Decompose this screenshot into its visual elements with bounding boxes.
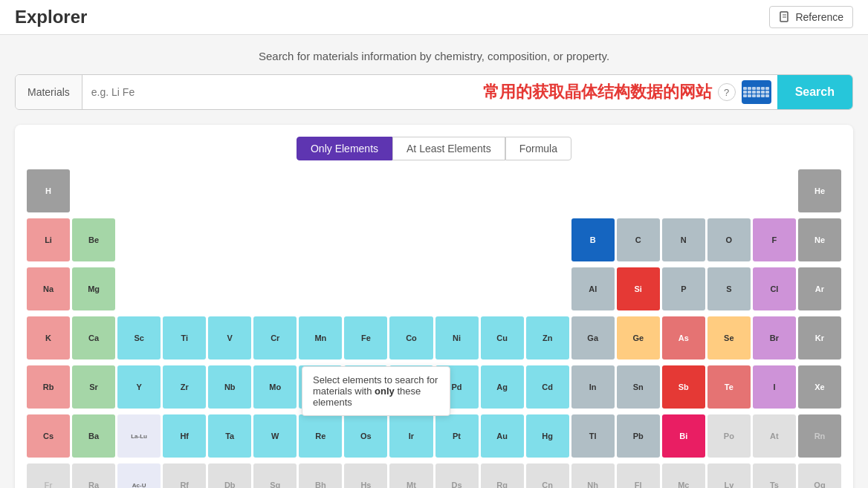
- help-icon[interactable]: ?: [718, 83, 736, 101]
- element-Ti[interactable]: Ti: [163, 316, 206, 360]
- element-Cr[interactable]: Cr: [253, 316, 297, 360]
- element-Hs: Hs: [344, 463, 387, 488]
- element-Zn[interactable]: Zn: [526, 316, 569, 360]
- period-7: Fr Ra Ac-U Rf Db Sg Bh Hs Mt Ds Rg Cn Nh…: [27, 463, 841, 488]
- element-Ne[interactable]: Ne: [798, 218, 841, 261]
- element-Mn[interactable]: Mn: [299, 316, 342, 360]
- empty: [707, 169, 751, 212]
- element-Hg[interactable]: Hg: [526, 414, 569, 458]
- element-Os[interactable]: Os: [344, 414, 387, 458]
- element-Bi[interactable]: Bi: [662, 414, 705, 458]
- element-Cd[interactable]: Cd: [526, 365, 569, 409]
- element-K[interactable]: K: [27, 316, 70, 360]
- element-Fl: Fl: [617, 463, 660, 488]
- search-input[interactable]: [82, 86, 477, 98]
- element-Sc[interactable]: Sc: [117, 316, 161, 360]
- element-Al[interactable]: Al: [571, 267, 615, 310]
- element-Tl[interactable]: Tl: [571, 414, 615, 458]
- element-Na[interactable]: Na: [27, 267, 70, 310]
- element-Ts: Ts: [753, 463, 796, 488]
- element-Sg: Sg: [253, 463, 297, 488]
- empty: [208, 169, 251, 212]
- empty: [208, 267, 251, 310]
- element-He[interactable]: He: [798, 169, 841, 212]
- element-Rn[interactable]: Rn: [798, 414, 841, 458]
- element-Re[interactable]: Re: [299, 414, 342, 458]
- element-Be[interactable]: Be: [72, 218, 115, 261]
- element-Si[interactable]: Si: [617, 267, 660, 310]
- element-F[interactable]: F: [753, 218, 796, 261]
- element-Lv: Lv: [707, 463, 751, 488]
- tab-only-elements[interactable]: Only Elements: [297, 137, 392, 160]
- search-button[interactable]: Search: [777, 75, 852, 109]
- element-O[interactable]: O: [707, 218, 751, 261]
- element-Ga[interactable]: Ga: [571, 316, 615, 360]
- element-Ir[interactable]: Ir: [389, 414, 433, 458]
- reference-button[interactable]: Reference: [769, 6, 853, 28]
- element-Ca[interactable]: Ca: [72, 316, 115, 360]
- element-Fe[interactable]: Fe: [344, 316, 387, 360]
- empty: [253, 218, 297, 261]
- element-Br[interactable]: Br: [753, 316, 796, 360]
- element-Au[interactable]: Au: [481, 414, 524, 458]
- element-Sb[interactable]: Sb: [662, 365, 705, 409]
- element-P[interactable]: P: [662, 267, 705, 310]
- element-Y[interactable]: Y: [117, 365, 161, 409]
- element-Po[interactable]: Po: [707, 414, 751, 458]
- element-S[interactable]: S: [707, 267, 751, 310]
- element-Xe[interactable]: Xe: [798, 365, 841, 409]
- element-Pb[interactable]: Pb: [617, 414, 660, 458]
- empty: [117, 218, 161, 261]
- period-2: Li Be B C N O F Ne: [27, 218, 841, 261]
- element-Ag[interactable]: Ag: [481, 365, 524, 409]
- book-icon: [779, 11, 791, 23]
- element-Ta[interactable]: Ta: [208, 414, 251, 458]
- element-Sn[interactable]: Sn: [617, 365, 660, 409]
- element-Ar[interactable]: Ar: [798, 267, 841, 310]
- tab-formula[interactable]: Formula: [505, 137, 571, 160]
- element-Nb[interactable]: Nb: [208, 365, 251, 409]
- empty: [72, 169, 115, 212]
- element-Cl[interactable]: Cl: [753, 267, 796, 310]
- element-Cs[interactable]: Cs: [27, 414, 70, 458]
- periodic-table-icon[interactable]: [742, 80, 771, 104]
- element-In[interactable]: In: [571, 365, 615, 409]
- element-Te[interactable]: Te: [707, 365, 751, 409]
- element-Cn: Cn: [526, 463, 569, 488]
- element-Mo[interactable]: Mo: [253, 365, 297, 409]
- empty: [299, 169, 342, 212]
- empty: [481, 267, 524, 310]
- empty: [435, 169, 479, 212]
- element-I[interactable]: I: [753, 365, 796, 409]
- element-H[interactable]: H: [27, 169, 70, 212]
- periodic-table-container: Only Elements At Least Elements Formula …: [15, 125, 853, 488]
- element-Li[interactable]: Li: [27, 218, 70, 261]
- element-Kr[interactable]: Kr: [798, 316, 841, 360]
- element-At: At: [753, 414, 796, 458]
- periodic-table-wrapper: Select elements to search for materials …: [27, 169, 841, 488]
- element-V[interactable]: V: [208, 316, 251, 360]
- element-C[interactable]: C: [617, 218, 660, 261]
- element-Pt[interactable]: Pt: [435, 414, 479, 458]
- element-Rb[interactable]: Rb: [27, 365, 70, 409]
- element-W[interactable]: W: [253, 414, 297, 458]
- pt-tabs: Only Elements At Least Elements Formula: [27, 137, 841, 160]
- search-label: Materials: [16, 75, 82, 109]
- element-Se[interactable]: Se: [707, 316, 751, 360]
- empty: [117, 267, 161, 310]
- app-title: Explorer: [15, 7, 87, 27]
- element-As[interactable]: As: [662, 316, 705, 360]
- element-Ba[interactable]: Ba: [72, 414, 115, 458]
- element-Mg[interactable]: Mg: [72, 267, 115, 310]
- element-N[interactable]: N: [662, 218, 705, 261]
- element-Cu[interactable]: Cu: [481, 316, 524, 360]
- element-Zr[interactable]: Zr: [163, 365, 206, 409]
- element-Ni[interactable]: Ni: [435, 316, 479, 360]
- element-Hf[interactable]: Hf: [163, 414, 206, 458]
- element-Sr[interactable]: Sr: [72, 365, 115, 409]
- element-B[interactable]: B: [571, 218, 615, 261]
- element-Ge[interactable]: Ge: [617, 316, 660, 360]
- empty: [163, 169, 206, 212]
- tab-at-least-elements[interactable]: At Least Elements: [392, 137, 505, 160]
- element-Co[interactable]: Co: [389, 316, 433, 360]
